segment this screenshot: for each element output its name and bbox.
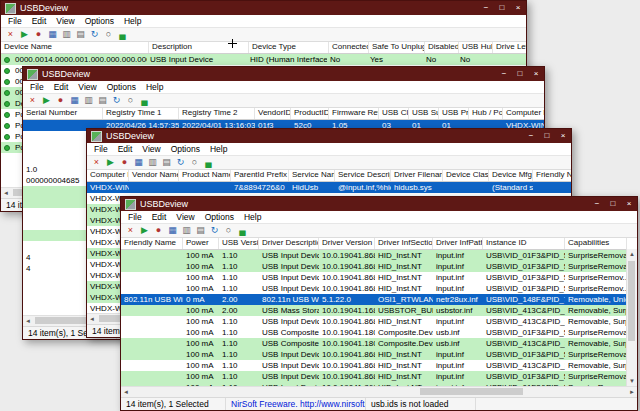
maximize-button[interactable]: □ xyxy=(512,67,528,81)
menu-file[interactable]: File xyxy=(89,144,113,154)
column-header[interactable]: VendorID xyxy=(255,108,291,119)
copy-icon[interactable]: ▥ xyxy=(181,225,192,236)
disconnect-icon[interactable]: ▶ xyxy=(41,95,52,106)
menu-view[interactable]: View xyxy=(73,82,101,92)
column-header[interactable]: Friendly Name xyxy=(121,238,183,249)
column-header[interactable]: USB Class xyxy=(379,108,409,119)
device-row[interactable]: 100 mA1.10USB Composite D...10.0.19041.1… xyxy=(121,327,637,338)
menu-edit[interactable]: Edit xyxy=(113,144,138,154)
disable-device-icon[interactable]: ● xyxy=(33,29,44,40)
copy-icon[interactable]: ▥ xyxy=(147,157,158,168)
scroll-left-arrow-icon[interactable]: ◄ xyxy=(23,316,33,326)
column-header[interactable]: Driver Description xyxy=(259,238,319,249)
device-row[interactable]: 100 mA1.10USB Input Device10.0.19041.868… xyxy=(121,371,637,382)
uninstall-icon[interactable]: × xyxy=(91,157,102,168)
uninstall-icon[interactable]: × xyxy=(27,95,38,106)
find-icon[interactable]: ○ xyxy=(103,29,114,40)
column-header[interactable]: Firmware Revision xyxy=(329,108,379,119)
copy-icon[interactable]: ▥ xyxy=(61,29,72,40)
column-header[interactable]: USB Hub xyxy=(459,42,493,53)
horizontal-scrollbar[interactable]: ◄ ► xyxy=(121,386,637,397)
save-icon[interactable]: ▦ xyxy=(69,95,80,106)
column-header[interactable]: Device Name xyxy=(1,42,149,53)
vertical-scrollbar[interactable]: ▲ ▼ xyxy=(626,249,637,386)
device-row[interactable]: 802.11n USB Wirele...0 mA2.00802.11n USB… xyxy=(121,294,637,305)
column-header[interactable]: USB SubC... xyxy=(409,108,439,119)
title-bar[interactable]: USBDeview − □ × xyxy=(23,67,544,81)
refresh-icon[interactable]: ↻ xyxy=(111,95,122,106)
menu-view[interactable]: View xyxy=(171,212,199,222)
device-row[interactable]: 100 mA1.10USB Input Device10.0.19041.868… xyxy=(121,272,637,283)
disable-device-icon[interactable]: ● xyxy=(55,95,66,106)
column-header[interactable]: Drive Letter xyxy=(493,42,526,53)
menu-options[interactable]: Options xyxy=(80,16,119,26)
properties-icon[interactable]: ▤ xyxy=(97,95,108,106)
column-header[interactable]: Capabilities xyxy=(565,238,627,249)
device-row[interactable]: 100 mA1.10USB Input Device10.0.19041.868… xyxy=(121,316,637,327)
column-header[interactable]: Driver Version xyxy=(319,238,375,249)
menu-options[interactable]: Options xyxy=(166,144,205,154)
device-row[interactable]: 100 mA1.10USB Input Device10.0.19041.868… xyxy=(121,283,637,294)
close-button[interactable]: × xyxy=(621,197,637,211)
close-button[interactable]: × xyxy=(528,67,544,81)
disconnect-icon[interactable]: ▶ xyxy=(139,225,150,236)
title-bar[interactable]: USBDeview − □ × xyxy=(1,1,526,15)
menu-edit[interactable]: Edit xyxy=(147,212,172,222)
column-header[interactable]: Driver InfSection xyxy=(375,238,433,249)
menu-options[interactable]: Options xyxy=(102,82,141,92)
disable-device-icon[interactable]: ● xyxy=(119,157,130,168)
scroll-left-arrow-icon[interactable]: ◄ xyxy=(121,387,131,397)
maximize-button[interactable]: □ xyxy=(539,129,555,143)
column-header[interactable]: ParentId Prefix xyxy=(231,170,289,181)
device-row[interactable]: VHDX-WIN10-...7&8894726&0HidUsb@input.in… xyxy=(87,182,571,193)
column-header[interactable]: Device Mfg xyxy=(489,170,533,181)
menu-options[interactable]: Options xyxy=(200,212,239,222)
menu-help[interactable]: Help xyxy=(205,144,232,154)
maximize-button[interactable]: □ xyxy=(605,197,621,211)
column-header[interactable]: Driver Filename xyxy=(391,170,443,181)
disable-device-icon[interactable]: ● xyxy=(153,225,164,236)
uninstall-icon[interactable]: × xyxy=(125,225,136,236)
save-icon[interactable]: ▦ xyxy=(133,157,144,168)
menu-edit[interactable]: Edit xyxy=(49,82,74,92)
menu-file[interactable]: File xyxy=(25,82,49,92)
scrollbar-thumb[interactable] xyxy=(420,388,523,395)
device-row[interactable]: 100 mA2.00USB Mass Storage...10.0.19041.… xyxy=(121,305,637,316)
scroll-left-arrow-icon[interactable]: ◄ xyxy=(1,188,11,198)
properties-icon[interactable]: ▤ xyxy=(195,225,206,236)
column-header[interactable]: Safe To Unplug xyxy=(369,42,425,53)
column-header[interactable]: Computer Name xyxy=(87,170,129,181)
refresh-icon[interactable]: ↻ xyxy=(175,157,186,168)
device-row[interactable]: 100 mA1.10USB Composite D...10.0.19041.1… xyxy=(121,338,637,349)
refresh-icon[interactable]: ↻ xyxy=(209,225,220,236)
column-header[interactable]: Friendly N... xyxy=(533,170,571,181)
column-header[interactable]: Service Descrip... xyxy=(335,170,391,181)
save-icon[interactable]: ▦ xyxy=(47,29,58,40)
device-row[interactable]: 100 mA1.10USB Input Device10.0.19041.868… xyxy=(121,349,637,360)
minimize-button[interactable]: − xyxy=(496,67,512,81)
device-row[interactable]: 100 mA1.10USB Input Device10.0.19041.868… xyxy=(121,360,637,371)
close-button[interactable]: × xyxy=(555,129,571,143)
column-header[interactable]: Power xyxy=(183,238,219,249)
refresh-icon[interactable]: ↻ xyxy=(89,29,100,40)
scroll-left-arrow-icon[interactable]: ◄ xyxy=(87,314,97,324)
menu-view[interactable]: View xyxy=(137,144,165,154)
minimize-button[interactable]: − xyxy=(478,1,494,15)
column-header[interactable]: ProductID xyxy=(291,108,329,119)
html-report-icon[interactable]: ▄ xyxy=(139,95,150,106)
properties-icon[interactable]: ▤ xyxy=(75,29,86,40)
find-icon[interactable]: ○ xyxy=(189,157,200,168)
column-header[interactable]: Computer N... xyxy=(503,108,544,119)
html-report-icon[interactable]: ▄ xyxy=(117,29,128,40)
column-header[interactable]: Registry Time 2 xyxy=(179,108,255,119)
device-row[interactable]: 100 mA1.10USB Input Device10.0.19041.868… xyxy=(121,261,637,272)
column-header[interactable]: Product Name xyxy=(179,170,231,181)
title-bar[interactable]: USBDeview − □ × xyxy=(121,197,637,211)
menu-file[interactable]: File xyxy=(123,212,147,222)
find-icon[interactable]: ○ xyxy=(223,225,234,236)
menu-help[interactable]: Help xyxy=(119,16,146,26)
scroll-down-arrow-icon[interactable]: ▼ xyxy=(627,376,637,386)
minimize-button[interactable]: − xyxy=(523,129,539,143)
menu-view[interactable]: View xyxy=(51,16,79,26)
column-header[interactable]: Hub / Port xyxy=(469,108,503,119)
